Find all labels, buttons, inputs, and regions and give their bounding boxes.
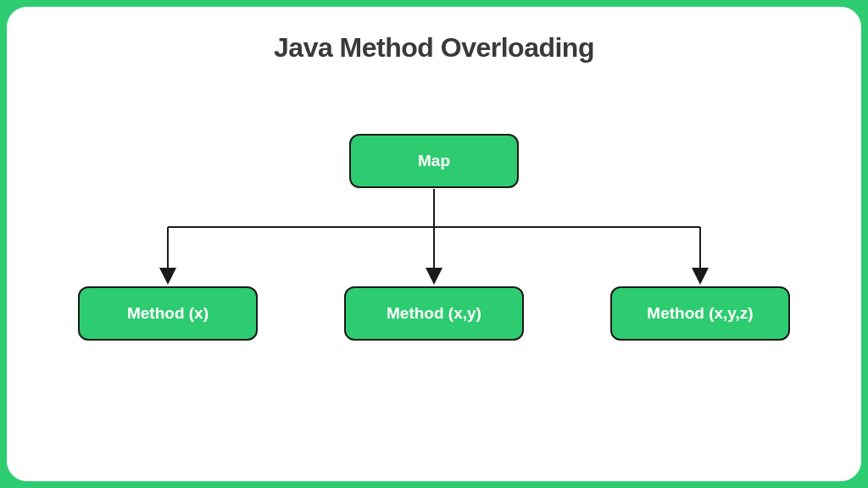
- child-node-label: Method (x,y,z): [647, 304, 753, 323]
- child-node-method-xy: Method (x,y): [344, 286, 524, 341]
- diagram-panel: Java Method Overloading Map Method (x) M…: [7, 7, 861, 481]
- diagram-frame: Java Method Overloading Map Method (x) M…: [0, 0, 868, 488]
- diagram-title: Java Method Overloading: [7, 32, 861, 64]
- child-node-method-xyz: Method (x,y,z): [610, 286, 790, 341]
- parent-node-map: Map: [349, 134, 519, 188]
- child-node-label: Method (x): [127, 304, 209, 323]
- child-node-method-x: Method (x): [78, 286, 258, 341]
- child-node-label: Method (x,y): [387, 304, 481, 323]
- connector-lines: [7, 7, 861, 481]
- parent-node-label: Map: [418, 152, 450, 170]
